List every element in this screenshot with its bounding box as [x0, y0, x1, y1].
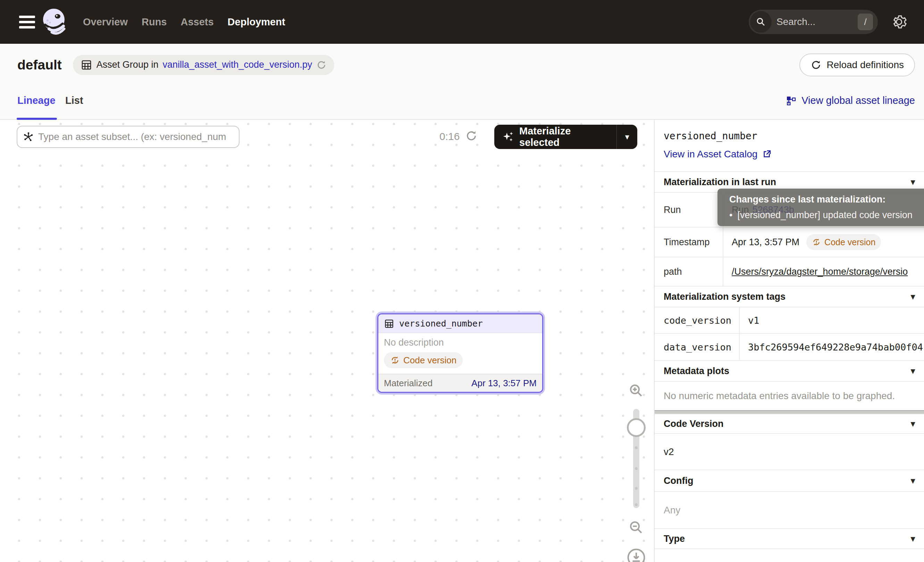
chevron-down-icon[interactable]: ▾ [911, 419, 915, 428]
lineage-canvas[interactable]: 0:16 Materialize selected ▾ [0, 120, 654, 562]
tag-key: data_version [655, 334, 739, 360]
search-input[interactable]: Search... / [749, 10, 878, 34]
primary-nav: Overview Runs Assets Deployment [83, 17, 285, 28]
chevron-down-icon[interactable]: ▾ [911, 366, 915, 376]
zoom-in-icon[interactable] [625, 382, 648, 399]
code-version-badge-label: Code version [824, 237, 875, 247]
dagster-app: Overview Runs Assets Deployment Search..… [0, 0, 924, 562]
section-heading: Metadata plots [664, 366, 729, 377]
sparkle-icon [502, 131, 514, 143]
refresh-icon [810, 59, 822, 71]
download-view-icon[interactable] [625, 548, 648, 562]
nav-right: Search... / [749, 10, 924, 34]
top-nav: Overview Runs Assets Deployment Search..… [0, 0, 924, 44]
timestamp-value: Apr 13, 3:57 PM [732, 237, 800, 248]
panel-splitter-handle[interactable] [655, 410, 924, 414]
materialized-time-link[interactable]: Apr 13, 3:57 PM [471, 378, 537, 389]
tag-row-data-version: data_version 3bfc269594ef649228e9a74bab0… [655, 333, 924, 360]
tag-key: code_version [655, 307, 739, 333]
lineage-graph-icon [786, 95, 796, 106]
chevron-down-icon[interactable]: ▾ [911, 534, 915, 544]
section-system-tags[interactable]: Materialization system tags ▾ [655, 286, 924, 307]
asset-group-grid-icon [81, 59, 92, 71]
zoom-controls [625, 382, 648, 562]
tab-lineage[interactable]: Lineage [17, 95, 56, 106]
tooltip-bullet: • [729, 210, 732, 221]
view-in-asset-catalog-label: View in Asset Catalog [664, 149, 758, 160]
code-version-badge: Code version [806, 234, 881, 250]
asset-node-footer: Materialized Apr 13, 3:57 PM [378, 374, 542, 392]
refresh-icon[interactable] [316, 60, 327, 70]
section-code-version[interactable]: Code Version ▾ [655, 414, 924, 434]
breadcrumb: Asset Group in vanilla_asset_with_code_v… [73, 55, 334, 75]
zoom-slider-handle[interactable] [627, 418, 646, 437]
tag-row-code-version: code_version v1 [655, 307, 924, 333]
path-row: path /Users/sryza/dagster_home/storage/v… [655, 257, 924, 286]
tabs-row: Lineage List View global asset lineage [0, 86, 924, 120]
chevron-down-icon[interactable]: ▾ [911, 292, 915, 302]
code-version-badge-label: Code version [404, 355, 456, 366]
reload-definitions-button[interactable]: Reload definitions [800, 54, 915, 77]
section-metadata-plots[interactable]: Metadata plots ▾ [655, 360, 924, 381]
section-heading: Config [664, 475, 693, 486]
breadcrumb-prefix: Asset Group in [96, 59, 159, 70]
page-title: default [17, 57, 62, 72]
run-label: Run [655, 193, 723, 227]
nav-item-overview[interactable]: Overview [83, 17, 128, 28]
tag-value: v1 [739, 307, 924, 333]
menu-icon[interactable] [19, 13, 35, 31]
search-icon [750, 11, 772, 33]
asset-node-description: No description [384, 337, 537, 348]
chevron-down-icon[interactable]: ▾ [911, 476, 915, 485]
view-global-asset-lineage-label: View global asset lineage [801, 95, 915, 106]
search-shortcut-badge: / [858, 14, 873, 30]
nav-item-deployment[interactable]: Deployment [228, 17, 285, 28]
tab-list[interactable]: List [65, 95, 83, 106]
materialize-selected-label: Materialize selected [519, 125, 609, 148]
chevron-down-icon[interactable]: ▾ [617, 132, 637, 142]
refresh-icon[interactable] [465, 129, 478, 142]
asset-subset-filter[interactable] [16, 126, 240, 148]
section-heading: Code Version [664, 419, 724, 429]
section-type[interactable]: Type ▾ [655, 528, 924, 549]
view-global-asset-lineage-link[interactable]: View global asset lineage [786, 95, 915, 106]
page-header: default Asset Group in vanilla_asset_wit… [0, 44, 924, 86]
materialize-selected-button[interactable]: Materialize selected ▾ [494, 125, 637, 149]
nav-item-assets[interactable]: Assets [180, 17, 213, 28]
reload-definitions-label: Reload definitions [826, 59, 904, 71]
dagster-logo[interactable] [40, 7, 68, 36]
zoom-slider[interactable] [633, 409, 639, 508]
asset-graph-icon [23, 131, 34, 143]
asset-node-versioned-number[interactable]: versioned_number No description [376, 311, 545, 395]
asset-name: versioned_number [664, 130, 924, 142]
asset-node-card: versioned_number No description [377, 313, 543, 393]
timestamp-row: Timestamp Apr 13, 3:57 PM [655, 227, 924, 257]
nav-item-runs[interactable]: Runs [142, 17, 167, 28]
code-version-badge: Code version [384, 352, 463, 368]
asset-node-title: versioned_number [399, 319, 483, 329]
path-label: path [655, 257, 723, 286]
tag-value: 3bfc269594ef649228e9a74bab00f04 [739, 334, 924, 360]
section-config[interactable]: Config ▾ [655, 470, 924, 492]
timestamp-label: Timestamp [655, 227, 723, 257]
asset-node-header: versioned_number [378, 314, 542, 333]
tooltip-title: Changes since last materialization: [729, 194, 924, 205]
section-heading: Type [664, 533, 685, 544]
code-version-icon [812, 237, 821, 246]
zoom-out-icon[interactable] [625, 519, 648, 536]
path-value-link[interactable]: /Users/sryza/dagster_home/storage/versio [732, 266, 908, 277]
external-link-icon [762, 149, 772, 159]
section-heading: Materialization in last run [664, 177, 776, 188]
view-in-asset-catalog-link[interactable]: View in Asset Catalog [664, 149, 924, 160]
gear-icon[interactable] [891, 14, 907, 30]
breadcrumb-file-link[interactable]: vanilla_asset_with_code_version.py [162, 59, 312, 70]
code-version-icon [390, 355, 400, 365]
asset-details-panel: versioned_number View in Asset Catalog M… [654, 120, 924, 562]
materialized-status-label: Materialized [384, 378, 432, 389]
asset-subset-input[interactable] [38, 131, 233, 143]
tooltip-change-item: [versioned_number] updated code version [737, 210, 912, 221]
work-area: 0:16 Materialize selected ▾ [0, 120, 924, 562]
chevron-down-icon[interactable]: ▾ [911, 177, 915, 187]
config-value: Any [655, 492, 924, 528]
table-grid-icon [384, 319, 394, 329]
